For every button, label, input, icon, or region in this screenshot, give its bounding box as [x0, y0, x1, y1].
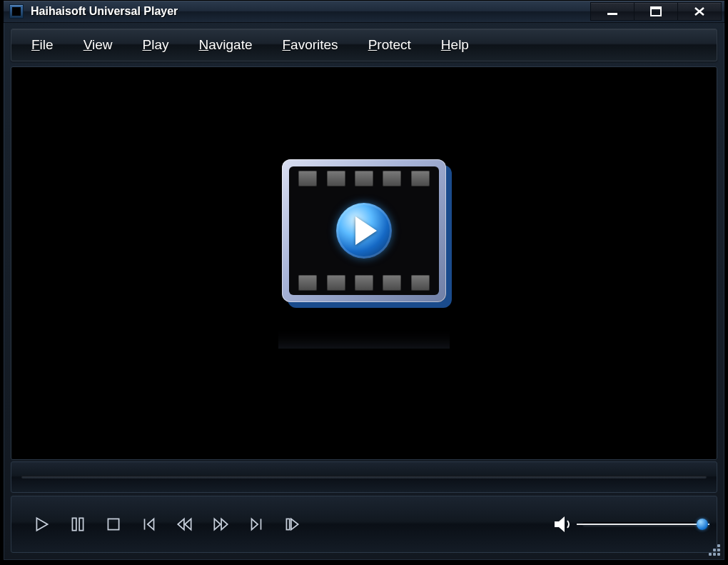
minimize-icon	[605, 6, 620, 16]
svg-rect-2	[651, 7, 661, 9]
video-area[interactable]	[11, 66, 717, 460]
seek-bar-row	[11, 461, 717, 493]
skip-back-button[interactable]	[131, 510, 167, 539]
pause-button[interactable]	[60, 510, 96, 539]
stop-button[interactable]	[96, 510, 131, 539]
forward-button[interactable]	[203, 510, 238, 539]
volume-knob[interactable]	[697, 519, 708, 530]
speaker-icon	[552, 514, 574, 534]
menu-help[interactable]: Help	[441, 37, 469, 53]
minimize-button[interactable]	[590, 2, 635, 21]
pause-icon	[69, 515, 87, 534]
maximize-button[interactable]	[634, 2, 678, 21]
forward-icon	[211, 515, 230, 534]
svg-rect-5	[108, 519, 118, 529]
svg-rect-3	[72, 518, 76, 530]
svg-rect-0	[607, 13, 617, 15]
close-button[interactable]	[677, 2, 722, 21]
step-frame-button[interactable]	[274, 510, 310, 539]
menu-navigate[interactable]: Navigate	[198, 37, 252, 53]
close-icon	[692, 6, 707, 16]
rewind-button[interactable]	[167, 510, 203, 539]
rewind-icon	[176, 515, 194, 534]
play-icon	[33, 515, 51, 534]
menu-bar: File View Play Navigate Favorites Protec…	[11, 29, 717, 61]
skip-back-icon	[140, 515, 158, 534]
window-controls	[591, 2, 722, 21]
volume-slider[interactable]	[582, 522, 704, 526]
play-button[interactable]	[24, 510, 60, 539]
menu-file[interactable]: File	[31, 37, 54, 53]
skip-forward-button[interactable]	[238, 510, 274, 539]
film-icon	[282, 159, 446, 302]
menu-protect[interactable]: Protect	[368, 37, 411, 53]
player-logo	[278, 159, 450, 368]
play-orb-icon	[336, 203, 392, 259]
seek-bar[interactable]	[21, 476, 707, 479]
app-window: Haihaisoft Universal Player File View Pl…	[3, 0, 725, 561]
app-icon	[9, 4, 24, 19]
menu-favorites[interactable]: Favorites	[282, 37, 338, 53]
skip-forward-icon	[247, 515, 266, 534]
window-title: Haihaisoft Universal Player	[31, 5, 178, 18]
menu-play[interactable]: Play	[142, 37, 168, 53]
step-icon	[283, 515, 301, 534]
maximize-icon	[649, 6, 663, 16]
title-bar[interactable]: Haihaisoft Universal Player	[4, 1, 724, 23]
film-sprockets-bottom	[289, 275, 439, 291]
film-sprockets-top	[289, 171, 439, 186]
playback-controls	[11, 496, 717, 553]
svg-rect-6	[286, 519, 289, 529]
stop-icon	[104, 515, 123, 534]
volume-control	[552, 514, 704, 534]
menu-view[interactable]: View	[84, 37, 113, 53]
resize-grip[interactable]	[707, 543, 720, 556]
svg-rect-4	[79, 518, 83, 530]
logo-reflection	[278, 323, 450, 349]
